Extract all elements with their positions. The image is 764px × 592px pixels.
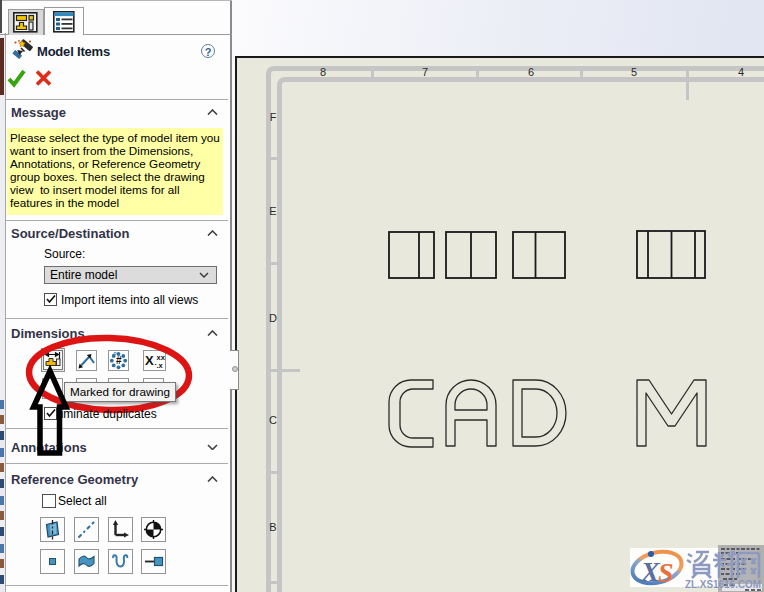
svg-text:S: S	[658, 557, 674, 588]
